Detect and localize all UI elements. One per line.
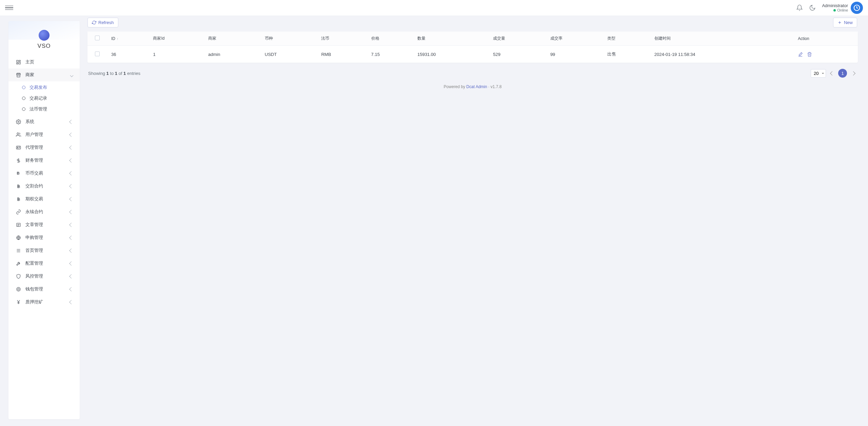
select-all-checkbox[interactable]: [95, 36, 100, 40]
delete-icon[interactable]: [807, 52, 812, 57]
sidebar: VSO 主页商家交易发布交易记录法币管理系统用户管理代理管理财务管理B币币交易交…: [8, 21, 80, 91]
column-header: 创建时间: [651, 32, 795, 46]
svg-rect-2: [19, 60, 20, 61]
svg-rect-4: [16, 63, 18, 64]
svg-rect-3: [19, 62, 20, 64]
dashboard-icon: [15, 60, 21, 65]
sidebar-item-1[interactable]: 商家: [8, 68, 80, 81]
new-button[interactable]: New: [833, 18, 857, 27]
sidebar-item-0[interactable]: 主页: [8, 56, 80, 68]
column-header: 法币: [318, 32, 368, 46]
pagination: 20 1: [811, 69, 857, 78]
row-checkbox[interactable]: [95, 52, 100, 56]
page-footer: Powered by Dcat Admin · v1.7.8: [87, 80, 858, 91]
column-header: 商家Id: [150, 32, 205, 46]
user-name: Administrator: [822, 3, 848, 8]
sidebar-subitem-1-0[interactable]: 交易发布: [8, 82, 80, 91]
footer-link[interactable]: Dcat Admin: [466, 84, 487, 89]
column-header: 成交率: [547, 32, 604, 46]
chevron-down-icon: [71, 73, 73, 78]
prev-page-button[interactable]: [828, 69, 836, 77]
moon-icon[interactable]: [809, 4, 816, 11]
page-size-select[interactable]: 20: [811, 69, 826, 78]
next-page-button[interactable]: [849, 69, 857, 77]
avatar[interactable]: [851, 2, 863, 14]
svg-rect-1: [16, 60, 18, 62]
page-number-current[interactable]: 1: [838, 69, 847, 78]
sidebar-logo[interactable]: VSO: [8, 21, 80, 54]
menu-toggle-icon[interactable]: [5, 4, 13, 12]
table-summary: Showing 1 to 1 of 1 entries: [88, 71, 140, 76]
column-header[interactable]: ID↑: [108, 32, 150, 46]
column-header: 数量: [414, 32, 490, 46]
topbar: Administrator Online: [0, 0, 868, 16]
data-table: ID↑商家Id商家币种法币价格数量成交量成交率类型创建时间Action 361a…: [87, 32, 858, 63]
column-header: 成交量: [490, 32, 547, 46]
merchant-icon: [15, 73, 21, 78]
column-header: 价格: [368, 32, 414, 46]
user-status: Online: [822, 8, 848, 13]
user-menu[interactable]: Administrator Online: [822, 2, 863, 14]
refresh-button[interactable]: Refresh: [87, 18, 118, 27]
column-header: Action: [794, 32, 858, 46]
bell-icon[interactable]: [796, 4, 803, 11]
column-header: 类型: [604, 32, 651, 46]
column-header: 商家: [205, 32, 261, 46]
circle-icon: [22, 86, 25, 89]
column-header: 币种: [261, 32, 318, 46]
edit-icon[interactable]: [798, 52, 803, 57]
table-row: 361adminUSDTRMB7.1515931.0052999出售2024-0…: [87, 46, 858, 63]
data-table-card: ID↑商家Id商家币种法币价格数量成交量成交率类型创建时间Action 361a…: [87, 32, 858, 63]
